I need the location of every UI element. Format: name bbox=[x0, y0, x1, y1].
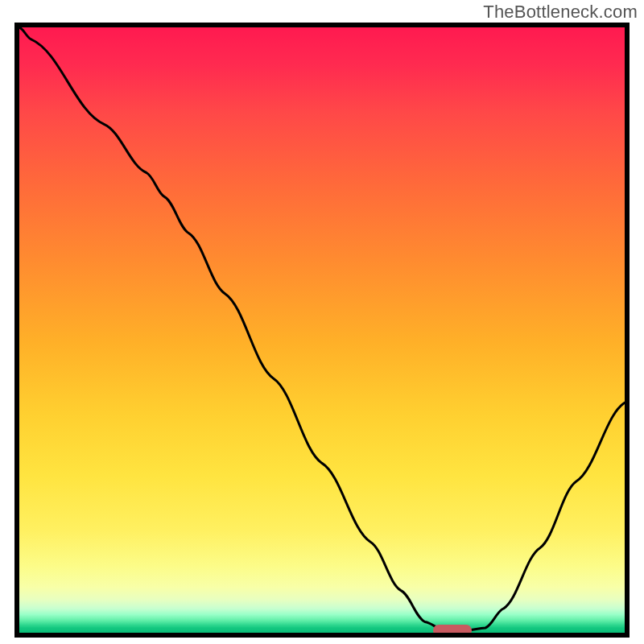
chart-frame bbox=[14, 23, 630, 638]
curve-line bbox=[19, 27, 625, 633]
min-marker bbox=[433, 625, 472, 633]
watermark-text: TheBottleneck.com bbox=[483, 2, 638, 23]
chart-plot-area bbox=[19, 27, 625, 633]
